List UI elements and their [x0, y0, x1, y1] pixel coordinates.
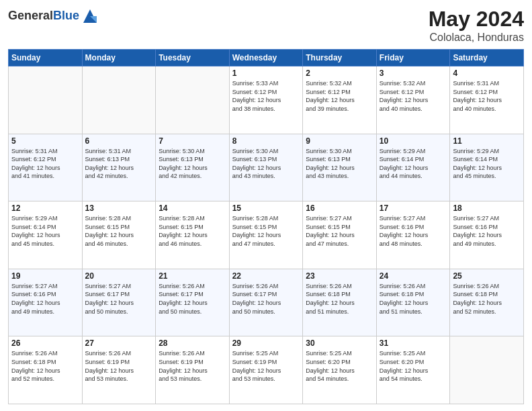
- calendar-cell: 16Sunrise: 5:27 AM Sunset: 6:15 PM Dayli…: [303, 201, 377, 269]
- day-number: 28: [159, 338, 226, 348]
- day-number: 24: [380, 271, 447, 281]
- day-info: Sunrise: 5:26 AM Sunset: 6:18 PM Dayligh…: [453, 282, 521, 316]
- weekday-header-monday: Monday: [82, 50, 156, 66]
- day-number: 9: [306, 136, 373, 146]
- day-number: 27: [85, 338, 153, 348]
- logo: GeneralBlue: [8, 7, 99, 26]
- day-number: 25: [453, 271, 521, 281]
- calendar-cell: [9, 66, 83, 134]
- day-info: Sunrise: 5:28 AM Sunset: 6:15 PM Dayligh…: [159, 214, 226, 248]
- calendar-cell: 14Sunrise: 5:28 AM Sunset: 6:15 PM Dayli…: [156, 201, 230, 269]
- calendar-cell: 6Sunrise: 5:31 AM Sunset: 6:13 PM Daylig…: [82, 134, 156, 201]
- logo-icon: [81, 7, 99, 26]
- day-info: Sunrise: 5:26 AM Sunset: 6:19 PM Dayligh…: [85, 349, 153, 383]
- day-number: 14: [159, 203, 226, 213]
- day-info: Sunrise: 5:29 AM Sunset: 6:14 PM Dayligh…: [11, 214, 79, 248]
- day-info: Sunrise: 5:25 AM Sunset: 6:20 PM Dayligh…: [380, 349, 447, 383]
- calendar-cell: [82, 66, 156, 134]
- day-info: Sunrise: 5:26 AM Sunset: 6:17 PM Dayligh…: [232, 282, 300, 316]
- location-title: Cololaca, Honduras: [429, 32, 524, 44]
- calendar-cell: 4Sunrise: 5:31 AM Sunset: 6:12 PM Daylig…: [450, 66, 524, 134]
- calendar-cell: 20Sunrise: 5:27 AM Sunset: 6:17 PM Dayli…: [82, 269, 156, 336]
- day-info: Sunrise: 5:27 AM Sunset: 6:15 PM Dayligh…: [306, 214, 373, 248]
- month-title: May 2024: [429, 7, 524, 32]
- day-info: Sunrise: 5:32 AM Sunset: 6:12 PM Dayligh…: [306, 79, 373, 113]
- day-info: Sunrise: 5:27 AM Sunset: 6:16 PM Dayligh…: [453, 214, 521, 248]
- calendar-cell: 12Sunrise: 5:29 AM Sunset: 6:14 PM Dayli…: [9, 201, 83, 269]
- day-number: 22: [232, 271, 300, 281]
- day-number: 11: [453, 136, 521, 146]
- day-info: Sunrise: 5:27 AM Sunset: 6:16 PM Dayligh…: [380, 214, 447, 248]
- weekday-header-wednesday: Wednesday: [229, 50, 303, 66]
- day-number: 19: [11, 271, 79, 281]
- calendar-cell: 21Sunrise: 5:26 AM Sunset: 6:17 PM Dayli…: [156, 269, 230, 336]
- weekday-header-thursday: Thursday: [303, 50, 377, 66]
- day-number: 15: [232, 203, 300, 213]
- day-info: Sunrise: 5:33 AM Sunset: 6:12 PM Dayligh…: [232, 79, 300, 113]
- weekday-header-sunday: Sunday: [9, 50, 83, 66]
- weekday-header-row: SundayMondayTuesdayWednesdayThursdayFrid…: [9, 50, 524, 66]
- day-info: Sunrise: 5:25 AM Sunset: 6:20 PM Dayligh…: [306, 349, 373, 383]
- calendar-cell: 25Sunrise: 5:26 AM Sunset: 6:18 PM Dayli…: [450, 269, 524, 336]
- week-row-4: 19Sunrise: 5:27 AM Sunset: 6:16 PM Dayli…: [9, 269, 524, 336]
- day-number: 17: [380, 203, 447, 213]
- day-info: Sunrise: 5:26 AM Sunset: 6:19 PM Dayligh…: [159, 349, 226, 383]
- calendar-cell: 26Sunrise: 5:26 AM Sunset: 6:18 PM Dayli…: [9, 336, 83, 404]
- page: GeneralBlue May 2024 Cololaca, Honduras …: [0, 0, 532, 411]
- calendar-cell: 1Sunrise: 5:33 AM Sunset: 6:12 PM Daylig…: [229, 66, 303, 134]
- week-row-2: 5Sunrise: 5:31 AM Sunset: 6:12 PM Daylig…: [9, 134, 524, 201]
- day-number: 13: [85, 203, 153, 213]
- calendar-cell: 3Sunrise: 5:32 AM Sunset: 6:12 PM Daylig…: [376, 66, 450, 134]
- day-number: 10: [380, 136, 447, 146]
- calendar-cell: 29Sunrise: 5:25 AM Sunset: 6:19 PM Dayli…: [229, 336, 303, 404]
- week-row-5: 26Sunrise: 5:26 AM Sunset: 6:18 PM Dayli…: [9, 336, 524, 404]
- calendar-cell: 24Sunrise: 5:26 AM Sunset: 6:18 PM Dayli…: [376, 269, 450, 336]
- day-number: 12: [11, 203, 79, 213]
- calendar-cell: 13Sunrise: 5:28 AM Sunset: 6:15 PM Dayli…: [82, 201, 156, 269]
- calendar-cell: 27Sunrise: 5:26 AM Sunset: 6:19 PM Dayli…: [82, 336, 156, 404]
- calendar-cell: 31Sunrise: 5:25 AM Sunset: 6:20 PM Dayli…: [376, 336, 450, 404]
- day-number: 2: [306, 68, 373, 78]
- title-block: May 2024 Cololaca, Honduras: [429, 7, 524, 44]
- calendar-cell: 7Sunrise: 5:30 AM Sunset: 6:13 PM Daylig…: [156, 134, 230, 201]
- calendar-cell: 17Sunrise: 5:27 AM Sunset: 6:16 PM Dayli…: [376, 201, 450, 269]
- day-info: Sunrise: 5:31 AM Sunset: 6:12 PM Dayligh…: [11, 147, 79, 181]
- day-info: Sunrise: 5:30 AM Sunset: 6:13 PM Dayligh…: [306, 147, 373, 181]
- day-info: Sunrise: 5:31 AM Sunset: 6:13 PM Dayligh…: [85, 147, 153, 181]
- day-number: 7: [159, 136, 226, 146]
- weekday-header-saturday: Saturday: [450, 50, 524, 66]
- day-info: Sunrise: 5:28 AM Sunset: 6:15 PM Dayligh…: [232, 214, 300, 248]
- day-info: Sunrise: 5:26 AM Sunset: 6:17 PM Dayligh…: [159, 282, 226, 316]
- day-number: 20: [85, 271, 153, 281]
- calendar-table: SundayMondayTuesdayWednesdayThursdayFrid…: [8, 49, 524, 404]
- calendar-cell: 15Sunrise: 5:28 AM Sunset: 6:15 PM Dayli…: [229, 201, 303, 269]
- day-number: 3: [380, 68, 447, 78]
- day-info: Sunrise: 5:29 AM Sunset: 6:14 PM Dayligh…: [453, 147, 521, 181]
- calendar-cell: 28Sunrise: 5:26 AM Sunset: 6:19 PM Dayli…: [156, 336, 230, 404]
- day-info: Sunrise: 5:29 AM Sunset: 6:14 PM Dayligh…: [380, 147, 447, 181]
- calendar-cell: [156, 66, 230, 134]
- day-number: 16: [306, 203, 373, 213]
- day-info: Sunrise: 5:27 AM Sunset: 6:17 PM Dayligh…: [85, 282, 153, 316]
- day-info: Sunrise: 5:32 AM Sunset: 6:12 PM Dayligh…: [380, 79, 447, 113]
- day-info: Sunrise: 5:26 AM Sunset: 6:18 PM Dayligh…: [306, 282, 373, 316]
- calendar-cell: 8Sunrise: 5:30 AM Sunset: 6:13 PM Daylig…: [229, 134, 303, 201]
- calendar-cell: 9Sunrise: 5:30 AM Sunset: 6:13 PM Daylig…: [303, 134, 377, 201]
- day-number: 23: [306, 271, 373, 281]
- calendar-cell: 2Sunrise: 5:32 AM Sunset: 6:12 PM Daylig…: [303, 66, 377, 134]
- day-number: 29: [232, 338, 300, 348]
- calendar-cell: 18Sunrise: 5:27 AM Sunset: 6:16 PM Dayli…: [450, 201, 524, 269]
- day-number: 6: [85, 136, 153, 146]
- weekday-header-friday: Friday: [376, 50, 450, 66]
- calendar-cell: 22Sunrise: 5:26 AM Sunset: 6:17 PM Dayli…: [229, 269, 303, 336]
- day-info: Sunrise: 5:27 AM Sunset: 6:16 PM Dayligh…: [11, 282, 79, 316]
- day-number: 21: [159, 271, 226, 281]
- logo-general: GeneralBlue: [8, 9, 79, 23]
- day-number: 30: [306, 338, 373, 348]
- day-info: Sunrise: 5:26 AM Sunset: 6:18 PM Dayligh…: [380, 282, 447, 316]
- day-info: Sunrise: 5:30 AM Sunset: 6:13 PM Dayligh…: [159, 147, 226, 181]
- calendar-cell: [450, 336, 524, 404]
- day-info: Sunrise: 5:26 AM Sunset: 6:18 PM Dayligh…: [11, 349, 79, 383]
- day-info: Sunrise: 5:28 AM Sunset: 6:15 PM Dayligh…: [85, 214, 153, 248]
- day-info: Sunrise: 5:30 AM Sunset: 6:13 PM Dayligh…: [232, 147, 300, 181]
